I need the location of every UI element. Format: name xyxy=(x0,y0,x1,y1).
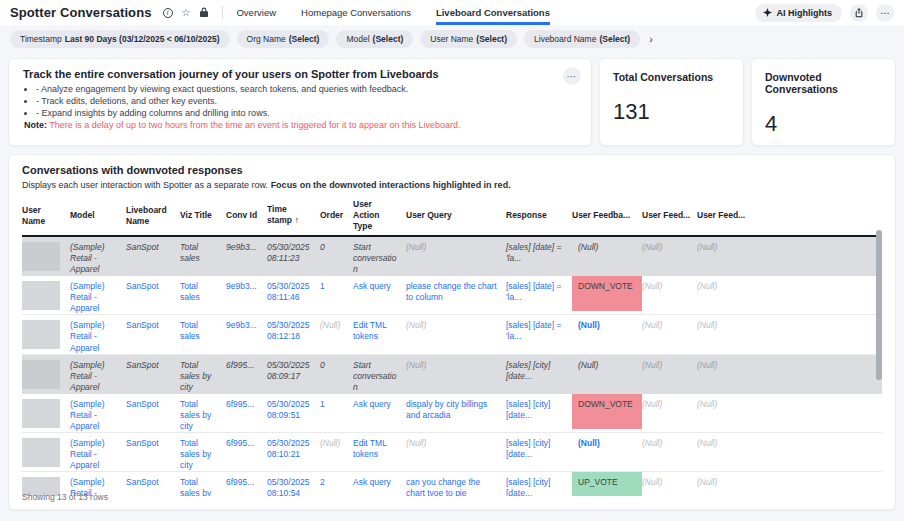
column-header-user_feed_3[interactable]: User Feed... xyxy=(697,196,752,236)
table-row[interactable]: (Sample) Retail - ApparelSanSpotTotal sa… xyxy=(22,393,882,432)
conversations-table: User NameModelLiveboard NameViz TitleCon… xyxy=(22,196,882,496)
cell-filler xyxy=(752,471,882,496)
kpi-total-conversations: Total Conversations 131 xyxy=(599,58,744,146)
column-header-conv_id[interactable]: Conv Id xyxy=(226,196,267,236)
cell-user-feedback: (Null) xyxy=(572,236,642,276)
cell-user-action-type: Ask query xyxy=(353,471,406,496)
column-header-response[interactable]: Response xyxy=(506,196,572,236)
column-header-user_query[interactable]: User Query xyxy=(406,196,506,236)
cell-text: [sales] [date] = 'la... xyxy=(506,242,562,263)
cell-text: Start conversation xyxy=(353,360,396,392)
filters-overflow-chevron-icon[interactable]: › xyxy=(649,34,653,45)
chip-value: (Select) xyxy=(289,34,320,44)
tab-bar: OverviewHomepage ConversationsLiveboard … xyxy=(236,0,549,25)
chip-name: Org Name xyxy=(247,34,286,44)
filter-chip-user-name[interactable]: User Name(Select) xyxy=(420,30,517,48)
column-header-user_feedback[interactable]: User Feedba... xyxy=(572,196,642,236)
cell-user-feedback: (Null) xyxy=(572,315,642,354)
cell-timestamp: 05/30/2025 08:12:18 xyxy=(267,315,320,354)
cell-text: 0 xyxy=(320,360,325,370)
cell-text: Start conversation xyxy=(353,242,396,274)
cell-liveboard-name: SanSpot xyxy=(126,236,180,276)
cell-user-feedback: (Null) xyxy=(572,432,642,471)
cell-user-query: (Null) xyxy=(406,236,506,276)
cell-conv-id: 6f995... xyxy=(226,393,267,432)
share-button[interactable] xyxy=(850,4,868,22)
column-header-liveboard_name[interactable]: Liveboard Name xyxy=(126,196,180,236)
cell-viz-title: Total sales xyxy=(180,315,226,354)
column-header-order[interactable]: Order xyxy=(320,196,353,236)
cell-user-action-type: Edit TML tokens xyxy=(353,315,406,354)
chip-name: Timestamp xyxy=(20,34,62,44)
divider xyxy=(222,6,223,19)
cell-user-feed-2: (Null) xyxy=(642,276,697,315)
cell-text: 05/30/2025 08:10:54 xyxy=(267,477,310,496)
column-header-user_name[interactable]: User Name xyxy=(22,196,70,236)
info-card-more-button[interactable]: ⋯ xyxy=(563,67,581,85)
cell-user-feed-3: (Null) xyxy=(697,354,752,393)
cell-model: (Sample) Retail - Apparel xyxy=(70,276,126,315)
cell-order: 1 xyxy=(320,393,353,432)
filter-chip-model[interactable]: Model(Select) xyxy=(336,30,413,48)
cell-text: (Null) xyxy=(642,281,662,291)
cell-text: (Null) xyxy=(406,320,426,330)
cell-viz-title: Total sales by city xyxy=(180,393,226,432)
more-options-button[interactable]: ⋯ xyxy=(876,4,894,22)
down-vote-badge: DOWN_VOTE xyxy=(572,394,642,429)
column-header-user_feed_2[interactable]: User Feed... xyxy=(642,196,697,236)
cell-order: (Null) xyxy=(320,315,353,354)
cell-timestamp: 05/30/2025 08:09:17 xyxy=(267,354,320,393)
filter-chip-org-name[interactable]: Org Name(Select) xyxy=(237,30,330,48)
ai-highlights-button[interactable]: AI Highlights xyxy=(755,4,843,22)
cell-text: [sales] [date] = 'la... xyxy=(506,320,562,341)
filter-bar: TimestampLast 90 Days (03/12/2025 < 06/1… xyxy=(0,25,904,53)
redacted-user-name xyxy=(22,242,60,271)
cell-text: 2 xyxy=(320,477,325,487)
table-row[interactable]: (Sample) Retail - ApparelSanSpotTotal sa… xyxy=(22,276,882,315)
star-icon[interactable]: ☆ xyxy=(182,8,191,18)
filter-chip-timestamp[interactable]: TimestampLast 90 Days (03/12/2025 < 06/1… xyxy=(10,30,230,48)
cell-user-feedback: DOWN_VOTE xyxy=(572,393,642,432)
column-header-model[interactable]: Model xyxy=(70,196,126,236)
cell-text: Ask query xyxy=(353,399,391,409)
cell-user-feed-3: (Null) xyxy=(697,315,752,354)
topbar-actions: AI Highlights ⋯ xyxy=(755,0,895,25)
column-header-viz_title[interactable]: Viz Title xyxy=(180,196,226,236)
cell-text: (Null) xyxy=(697,281,717,291)
cell-text: (Null) xyxy=(697,477,717,487)
cell-text: 1 xyxy=(320,281,325,291)
table-row[interactable]: (Sample) Retail - ApparelSanSpotTotal sa… xyxy=(22,432,882,471)
tab-overview[interactable]: Overview xyxy=(236,0,276,25)
cell-model: (Sample) Retail - Apparel xyxy=(70,393,126,432)
cell-model: (Sample) Retail - Apparel xyxy=(70,236,126,276)
table-row[interactable]: (Sample) Retail - ApparelSanSpotTotal sa… xyxy=(22,471,882,496)
cell-text: (Null) xyxy=(406,242,426,252)
cell-text: please change the chart to column xyxy=(406,281,497,302)
kpi-value: 4 xyxy=(765,111,882,137)
column-header-timestamp[interactable]: Time stamp ↑ xyxy=(267,196,320,236)
info-bullet: - Analyze engagement by viewing exact qu… xyxy=(36,84,577,94)
tab-homepage-conversations[interactable]: Homepage Conversations xyxy=(301,0,411,25)
cell-model: (Sample) Retail - Apparel xyxy=(70,315,126,354)
cell-user-query: (Null) xyxy=(406,354,506,393)
filter-chip-liveboard-name[interactable]: Liveboard Name(Select) xyxy=(524,30,640,48)
chip-name: Model xyxy=(346,34,369,44)
tab-liveboard-conversations[interactable]: Liveboard Conversations xyxy=(436,0,550,25)
column-header-user_action_type[interactable]: User Action Type xyxy=(353,196,406,236)
vertical-scrollbar-thumb[interactable] xyxy=(876,230,882,380)
table-row[interactable]: (Sample) Retail - ApparelSanSpotTotal sa… xyxy=(22,315,882,354)
chip-name: Liveboard Name xyxy=(534,34,596,44)
kpi-label: Downvoted Conversations xyxy=(765,71,882,95)
cell-user-name xyxy=(22,354,70,393)
table-subtitle: Displays each user interaction with Spot… xyxy=(22,180,882,190)
cell-response: [sales] [city] [date... xyxy=(506,393,572,432)
table-row[interactable]: (Sample) Retail - ApparelSanSpotTotal sa… xyxy=(22,236,882,276)
info-icon[interactable]: i xyxy=(163,8,173,18)
cell-text: 05/30/2025 08:11:23 xyxy=(267,242,310,263)
table-row[interactable]: (Sample) Retail - ApparelSanSpotTotal sa… xyxy=(22,354,882,393)
cell-user-name xyxy=(22,276,70,315)
cell-timestamp: 05/30/2025 08:09:51 xyxy=(267,393,320,432)
ai-highlights-label: AI Highlights xyxy=(777,8,833,18)
cell-text: 9e9b3... xyxy=(226,320,257,330)
lock-icon xyxy=(199,7,209,18)
